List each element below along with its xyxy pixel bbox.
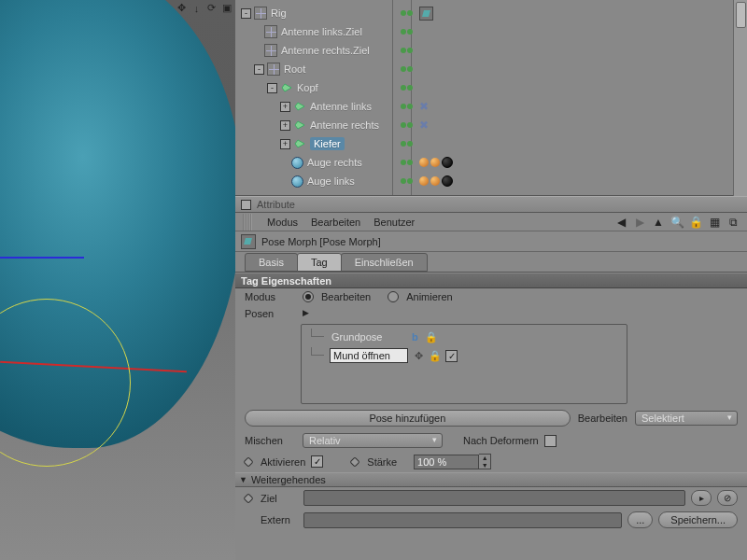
menu-benutzer[interactable]: Benutzer <box>374 217 415 228</box>
ziel-field[interactable] <box>303 490 685 506</box>
tree-item-root[interactable]: -Root <box>241 60 747 78</box>
nach-deformern-checkbox[interactable] <box>544 435 557 447</box>
mischen-label: Mischen <box>245 435 297 446</box>
posemorph-tag-icon[interactable] <box>419 7 433 21</box>
svg-marker-1 <box>295 103 304 110</box>
visibility-dots[interactable] <box>401 29 413 35</box>
spinner-down-icon[interactable]: ▼ <box>479 462 490 469</box>
ziel-pick-button[interactable]: ▸ <box>691 490 712 506</box>
tab-basis[interactable]: Basis <box>245 253 298 272</box>
bearbeiten-dropdown[interactable]: Selektiert <box>635 411 738 426</box>
visibility-dots[interactable] <box>401 66 413 72</box>
pose-item-grundpose[interactable]: Grundpose b 🔒 <box>311 329 438 345</box>
tree-item-kopf[interactable]: -Kopf <box>241 78 747 97</box>
radio-animieren-label: Animieren <box>406 291 453 302</box>
search-icon[interactable]: 🔍 <box>670 216 684 229</box>
visibility-dots[interactable] <box>401 160 413 165</box>
lock-icon[interactable]: 🔒 <box>689 216 702 229</box>
grip-icon[interactable] <box>243 214 252 231</box>
visibility-dots[interactable] <box>401 178 413 184</box>
down-icon[interactable]: ↓ <box>190 2 203 14</box>
radio-bearbeiten[interactable] <box>303 291 314 302</box>
pose-lock-icon[interactable]: 🔒 <box>425 330 438 343</box>
nav-fwd-icon[interactable]: ▶ <box>633 216 646 229</box>
pose-item-mund-oeffnen[interactable]: ✥ 🔒 ✓ <box>311 347 458 364</box>
texture-tag-icon[interactable] <box>419 158 429 167</box>
tree-item-rig[interactable]: -Rig <box>241 4 747 22</box>
staerke-input[interactable] <box>414 455 479 469</box>
menu-modus[interactable]: Modus <box>267 217 298 228</box>
expander-icon[interactable]: - <box>254 64 264 75</box>
tree-label: Auge rechts <box>307 157 362 168</box>
new-icon[interactable]: ⧉ <box>726 216 740 229</box>
expander-icon[interactable]: + <box>280 139 290 149</box>
viewport-3d[interactable]: ✥ ↓ ⟳ ▣ <box>0 0 235 560</box>
anim-dot-aktivieren[interactable] <box>243 456 253 467</box>
visibility-dots[interactable] <box>401 104 413 109</box>
maximize-icon[interactable]: ▣ <box>220 2 233 14</box>
pose-name-input[interactable] <box>330 348 408 363</box>
tree-item-antenne-links[interactable]: +Antenne links✖ <box>241 97 747 116</box>
tree-item-auge-links[interactable]: Auge links <box>241 172 747 190</box>
sphere-icon <box>290 156 303 169</box>
ziel-clear-button[interactable]: ⊘ <box>717 490 738 506</box>
object-manager[interactable]: -RigAntenne links.ZielAntenne rechts.Zie… <box>235 0 747 196</box>
menu-bearbeiten[interactable]: Bearbeiten <box>311 217 360 228</box>
layout-icon[interactable]: ▦ <box>708 216 721 229</box>
scrollbar-thumb[interactable] <box>736 2 746 28</box>
pose-b-icon[interactable]: b <box>408 330 421 343</box>
visibility-dots[interactable] <box>401 85 413 91</box>
pose-target-icon[interactable]: ✥ <box>412 349 425 362</box>
tab-tag[interactable]: Tag <box>297 253 342 272</box>
material-tag-icon[interactable] <box>442 175 453 187</box>
anim-dot-staerke[interactable] <box>350 456 360 467</box>
visibility-dots[interactable] <box>401 141 413 147</box>
pose-lock-icon-2[interactable]: 🔒 <box>429 349 442 362</box>
tab-einschliessen[interactable]: Einschließen <box>341 253 428 272</box>
svg-marker-2 <box>295 121 304 129</box>
posen-arrow-icon[interactable]: ▶ <box>303 308 309 317</box>
extern-browse-button[interactable]: ... <box>627 511 653 528</box>
tree-item-auge-rechts[interactable]: Auge rechts <box>241 153 747 172</box>
speichern-button[interactable]: Speichern... <box>658 511 738 528</box>
constraint-tag-icon[interactable]: ✖ <box>419 119 429 132</box>
tree-item-antenne-links-ziel[interactable]: Antenne links.Ziel <box>241 22 747 41</box>
extern-field[interactable] <box>303 512 622 528</box>
attribute-menubar: Modus Bearbeiten Benutzer ◀ ▶ ▲ 🔍 🔒 ▦ ⧉ <box>235 213 747 231</box>
staerke-spinner[interactable]: ▲▼ <box>414 454 491 469</box>
weitergehendes-header[interactable]: ▼ Weitergehendes <box>235 472 747 487</box>
expander-icon[interactable]: + <box>280 102 290 112</box>
add-pose-button[interactable]: Pose hinzufügen <box>245 410 571 427</box>
aktivieren-checkbox[interactable] <box>311 455 323 468</box>
rotate-icon[interactable]: ⟳ <box>205 2 218 14</box>
texture-tag-icon[interactable] <box>430 158 440 167</box>
modus-label: Modus <box>245 291 297 302</box>
section-tag-eigenschaften: Tag Eigenschaften <box>235 273 747 288</box>
mischen-dropdown[interactable]: Relativ <box>303 433 443 448</box>
radio-animieren[interactable] <box>388 291 399 302</box>
scrollbar-vertical[interactable] <box>733 0 747 196</box>
constraint-tag-icon[interactable]: ✖ <box>419 100 429 113</box>
spinner-up-icon[interactable]: ▲ <box>479 455 490 462</box>
visibility-dots[interactable] <box>401 48 413 53</box>
pose-list[interactable]: Grundpose b 🔒 ✥ 🔒 ✓ <box>301 324 627 404</box>
tree-label: Rig <box>271 7 287 19</box>
visibility-dots[interactable] <box>401 122 413 128</box>
visibility-dots[interactable] <box>401 10 413 16</box>
texture-tag-icon[interactable] <box>419 176 429 186</box>
expander-icon[interactable]: - <box>267 83 277 93</box>
up-level-icon[interactable]: ▲ <box>652 216 665 229</box>
tree-item-kiefer[interactable]: +Kiefer <box>241 134 747 153</box>
expander-icon[interactable]: + <box>280 120 290 131</box>
expander-icon[interactable]: - <box>241 8 251 19</box>
panel-toggle-icon[interactable] <box>241 200 251 210</box>
tree-item-antenne-rechts-ziel[interactable]: Antenne rechts.Ziel <box>241 41 747 60</box>
texture-tag-icon[interactable] <box>430 176 440 186</box>
material-tag-icon[interactable] <box>442 157 453 168</box>
tree-item-antenne-rechts[interactable]: +Antenne rechts✖ <box>241 116 747 134</box>
aktivieren-label: Aktivieren <box>261 456 305 468</box>
anim-dot-ziel[interactable] <box>243 493 253 503</box>
null-icon <box>264 25 277 38</box>
nav-back-icon[interactable]: ◀ <box>614 216 627 229</box>
pose-enable-checkbox[interactable]: ✓ <box>445 350 458 362</box>
